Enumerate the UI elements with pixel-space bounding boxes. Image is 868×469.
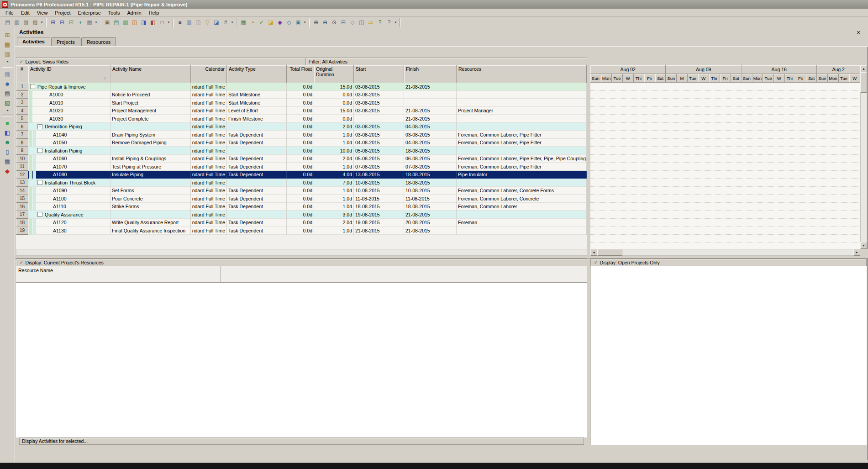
timescale-day[interactable]: Thr bbox=[709, 74, 720, 83]
timescale-day[interactable]: Fri bbox=[644, 74, 655, 83]
activity-details-icon[interactable]: ▣ bbox=[103, 18, 112, 27]
zoom-fit-icon[interactable]: ⊙ bbox=[330, 18, 339, 27]
table-row[interactable]: 5A1030Project Completendard Full TimeFin… bbox=[16, 115, 587, 123]
hierarchy-icon[interactable]: ▦ bbox=[85, 18, 94, 27]
spreadsheet-icon[interactable]: ▦ bbox=[3, 157, 12, 166]
menu-project[interactable]: Project bbox=[51, 9, 74, 16]
scroll-left-icon[interactable]: ◄ bbox=[590, 249, 597, 256]
scroll-down-icon[interactable]: ▼ bbox=[860, 242, 867, 249]
collapse-icon[interactable]: - bbox=[37, 212, 42, 217]
help-icon[interactable]: ? bbox=[375, 18, 384, 27]
timescale-day[interactable]: Sat bbox=[731, 74, 742, 83]
collapse-icon[interactable]: - bbox=[37, 180, 42, 185]
gantt-horizontal-scrollbar[interactable]: ◄ ► bbox=[590, 249, 860, 256]
table-row[interactable]: 8A1050Remove Damaged Pipingndard Full Ti… bbox=[16, 139, 587, 147]
table-row[interactable]: 17-Quality Assurancendard Full Time0.0d3… bbox=[16, 211, 587, 219]
menu-tools[interactable]: Tools bbox=[105, 9, 124, 16]
timescale-day[interactable]: Sun bbox=[666, 74, 677, 83]
column-header--[interactable]: # bbox=[16, 65, 28, 83]
menu-edit[interactable]: Edit bbox=[17, 9, 33, 16]
toolbar-overflow-icon[interactable]: ▾ bbox=[167, 21, 171, 24]
timescale-day[interactable]: Tue bbox=[688, 74, 699, 83]
timescale-day[interactable]: Mon bbox=[752, 74, 763, 83]
cell--[interactable]: 8 bbox=[16, 139, 28, 147]
toolbar-overflow-icon[interactable]: ▾ bbox=[394, 21, 398, 24]
timescale-day[interactable]: M bbox=[677, 74, 688, 83]
open-project-icon[interactable]: ▤ bbox=[3, 40, 12, 49]
menu-view[interactable]: View bbox=[33, 9, 52, 16]
table-row[interactable]: 7A1040Drain Piping Systemndard Full Time… bbox=[16, 131, 587, 139]
table-row[interactable]: 6-Demolition Pipingndard Full Time0.0d2.… bbox=[16, 123, 587, 131]
scroll-right-icon[interactable]: ► bbox=[853, 249, 860, 256]
scroll-up-icon[interactable]: ▲ bbox=[860, 65, 867, 72]
group-menu-icon[interactable]: ◪ bbox=[212, 18, 221, 27]
column-header-start[interactable]: Start bbox=[354, 65, 404, 83]
tab-projects[interactable]: Projects bbox=[51, 37, 80, 46]
layout-menu-icon[interactable]: ◫ bbox=[194, 18, 203, 27]
projects-folder-icon[interactable]: ▦ bbox=[3, 70, 12, 79]
timescale-day[interactable]: Sat bbox=[655, 74, 666, 83]
tab-activities[interactable]: Activities bbox=[17, 37, 50, 46]
timescale-day[interactable]: Thr bbox=[785, 74, 796, 83]
columns-menu-icon[interactable]: ▥ bbox=[184, 18, 194, 27]
line-numbers-icon[interactable]: # bbox=[221, 18, 230, 27]
pointer-icon[interactable]: + bbox=[76, 18, 85, 27]
table-row[interactable]: 2A1000Notice to Proceedndard Full TimeSt… bbox=[16, 91, 587, 99]
columns-spreadsheet-icon[interactable]: ▤ bbox=[112, 18, 121, 27]
timescale-day[interactable]: Thr bbox=[634, 74, 645, 83]
timescale-day[interactable]: Mon bbox=[601, 74, 612, 83]
level-resources-icon[interactable]: ◆ bbox=[275, 18, 284, 27]
timescale-clock-icon[interactable]: ◔ bbox=[248, 18, 257, 27]
collapse-icon[interactable]: - bbox=[37, 124, 42, 129]
page-setup-icon[interactable]: ▧ bbox=[21, 18, 31, 27]
network-view-icon[interactable]: □ bbox=[158, 18, 167, 27]
resource-column-divider[interactable] bbox=[220, 266, 221, 282]
cell--[interactable]: 17 bbox=[16, 211, 28, 219]
timescale-week[interactable]: Aug 2 bbox=[817, 65, 860, 74]
bottom-panels-splitter[interactable] bbox=[587, 258, 590, 460]
import-icon[interactable]: ▥ bbox=[3, 50, 12, 58]
table-row[interactable]: 11A1070Test Piping at Pressurendard Full… bbox=[16, 163, 587, 171]
filter-bar[interactable]: Filter: All Activities bbox=[305, 58, 588, 65]
timescale-week[interactable]: Aug 09 bbox=[666, 65, 741, 74]
table-row[interactable]: 1-Pipe Repair & Improvendard Full Time0.… bbox=[16, 83, 587, 91]
cell--[interactable]: 14 bbox=[16, 187, 28, 195]
cell--[interactable]: 13 bbox=[16, 179, 28, 187]
table-row[interactable]: 14A1090Set Formsndard Full TimeTask Depe… bbox=[16, 187, 587, 195]
cell--[interactable]: 12 bbox=[16, 171, 28, 179]
assignments-icon[interactable]: ◧ bbox=[3, 128, 12, 137]
timescale-day[interactable]: W bbox=[774, 74, 785, 83]
menu-admin[interactable]: Admin bbox=[123, 9, 145, 16]
timescale-day[interactable]: Fri bbox=[795, 74, 806, 83]
schedule-icon[interactable]: ▦ bbox=[239, 18, 248, 27]
table-row[interactable]: 15A1100Pour Concretendard Full TimeTask … bbox=[16, 195, 587, 203]
timescale-day[interactable]: W bbox=[623, 74, 634, 83]
publish-icon[interactable]: ▨ bbox=[31, 18, 40, 27]
toolbar-overflow-icon[interactable]: ▾ bbox=[40, 21, 44, 24]
table-gantt-splitter[interactable] bbox=[587, 47, 590, 256]
progress-check-icon[interactable]: ✓ bbox=[257, 18, 266, 27]
close-icon[interactable]: ✕ bbox=[855, 29, 862, 36]
union-icon[interactable]: ▣ bbox=[294, 18, 303, 27]
activity-usage-icon[interactable]: ◨ bbox=[139, 18, 148, 27]
spotlight-icon[interactable]: ◪ bbox=[266, 18, 275, 27]
table-horizontal-scrollbar[interactable] bbox=[16, 249, 587, 256]
table-row[interactable]: 13-Installation Thrust Blockndard Full T… bbox=[16, 179, 587, 187]
timescale-day[interactable]: Sun bbox=[742, 74, 752, 83]
toolbar-overflow-icon[interactable]: ▾ bbox=[94, 21, 98, 24]
toolbar-bars-icon[interactable]: ≡ bbox=[175, 18, 184, 27]
timescale-day[interactable]: Tue bbox=[763, 74, 774, 83]
histogram-display-bar[interactable]: ✓ Display: Open Projects Only bbox=[590, 258, 867, 266]
about-help-icon[interactable]: ? bbox=[384, 18, 394, 27]
timescale-day[interactable]: W bbox=[698, 74, 709, 83]
timescale-day[interactable]: Tue bbox=[612, 74, 623, 83]
resource-histogram-icon[interactable]: ▥ bbox=[121, 18, 130, 27]
timescale-day[interactable]: W bbox=[849, 74, 860, 83]
cell--[interactable]: 18 bbox=[16, 219, 28, 227]
toolbar-overflow-icon[interactable]: ▾ bbox=[230, 21, 234, 24]
trace-logic-icon[interactable]: ◧ bbox=[148, 18, 158, 27]
print-icon[interactable]: ▤ bbox=[3, 18, 12, 27]
resources-person-icon[interactable]: ☻ bbox=[3, 79, 12, 88]
cell--[interactable]: 11 bbox=[16, 163, 28, 171]
cell--[interactable]: 7 bbox=[16, 131, 28, 139]
